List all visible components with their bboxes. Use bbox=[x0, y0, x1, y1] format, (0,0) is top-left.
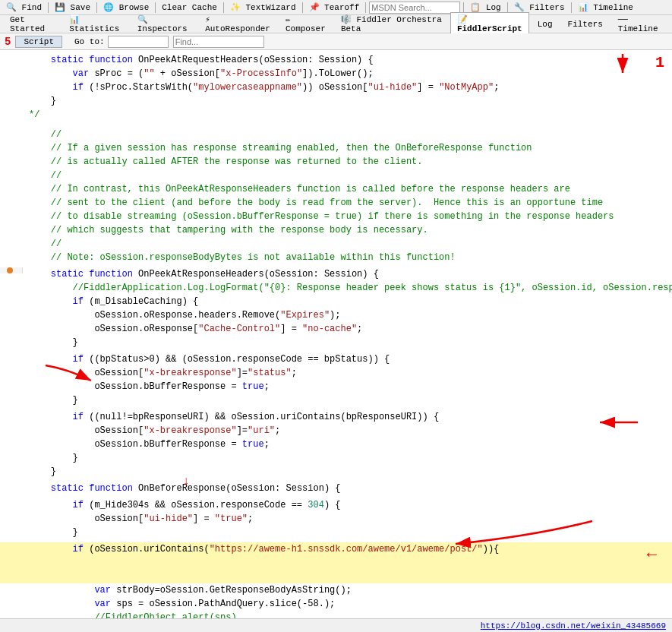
tab-inspectors[interactable]: 🔍 Inspectors bbox=[131, 12, 197, 36]
log-button[interactable]: 📋 Log bbox=[467, 2, 503, 13]
goto-label: Go to: bbox=[74, 37, 105, 46]
code-line: //FiddlerObject.alert(sps) bbox=[0, 611, 672, 618]
tab-filters[interactable]: Filters bbox=[561, 17, 610, 31]
code-line: var strBody=oSession.GetResponseBodyAsSt… bbox=[0, 583, 672, 597]
code-line: // is actually called AFTER the response… bbox=[0, 155, 672, 169]
goto-input[interactable] bbox=[108, 36, 169, 48]
code-line: // sent to the client (and before the bo… bbox=[0, 196, 672, 210]
code-line: var sps = oSession.PathAndQuery.slice(-5… bbox=[0, 597, 672, 611]
tab-autoresponder[interactable]: ⚡ AutoResponder bbox=[198, 12, 277, 36]
code-line: //FiddlerApplication.Log.LogFormat("{0}:… bbox=[0, 281, 672, 295]
code-line: // bbox=[0, 237, 672, 251]
code-line: */ bbox=[0, 108, 672, 122]
tab-fiddler-orchestra[interactable]: 🎼 Fiddler Orchestra Beta bbox=[334, 12, 449, 36]
code-line: // to disable streaming (oSession.bBuffe… bbox=[0, 210, 672, 223]
code-line: } bbox=[0, 94, 672, 108]
code-line: oSession.bBufferResponse = true; bbox=[0, 380, 672, 393]
code-line: } bbox=[0, 526, 672, 539]
main-container: 🔍 Find 💾 Save 🌐 Browse Clear Cache ✨ Tex… bbox=[0, 0, 672, 632]
status-url: https://blog.csdn.net/weixin_43485669 bbox=[481, 621, 666, 630]
tab-log[interactable]: Log bbox=[531, 17, 560, 31]
code-line: // bbox=[0, 128, 672, 141]
browse-button[interactable]: 🌐 Browse bbox=[100, 2, 152, 13]
code-line: var sProc = ("" + oSession["x-ProcessInf… bbox=[0, 67, 672, 81]
code-line: } bbox=[0, 336, 672, 349]
script-tab[interactable]: Script bbox=[15, 36, 62, 48]
code-line: static function OnBefore↓Response(oSessi… bbox=[0, 482, 672, 495]
code-line: oSession.oResponse.headers.Remove("Expir… bbox=[0, 308, 672, 322]
toolbar-tabs: Get Started 📊 Statistics 🔍 Inspectors ⚡ … bbox=[0, 15, 672, 33]
tab-timeline[interactable]: ── Timeline bbox=[611, 13, 669, 36]
code-line: } bbox=[0, 465, 672, 479]
annotation-5: 5 bbox=[5, 36, 11, 48]
status-bar: https://blog.csdn.net/weixin_43485669 bbox=[0, 618, 672, 632]
code-line: if ((bpStatus>0) && (oSession.responseCo… bbox=[0, 352, 672, 366]
code-line: } bbox=[0, 393, 672, 407]
tab-get-started[interactable]: Get Started bbox=[3, 13, 61, 36]
tab-statistics[interactable]: 📊 Statistics bbox=[62, 12, 128, 36]
find-button[interactable]: 🔍 Find bbox=[3, 2, 45, 13]
code-line: // If a given session has response strea… bbox=[0, 141, 672, 155]
code-line: oSession["x-breakresponse"]="status"; bbox=[0, 366, 672, 380]
code-line: } bbox=[0, 451, 672, 465]
code-line: static function OnPeekAtRequestHeaders(o… bbox=[0, 53, 672, 67]
tab-fiddlerscript[interactable]: 📝 FiddlerScript bbox=[450, 12, 529, 36]
code-area[interactable]: 1 static function OnPeekAtRequestHeaders… bbox=[0, 50, 672, 618]
code-line: static function OnPeekAtResponseHeaders(… bbox=[0, 267, 672, 281]
code-line: // In contrast, this OnPeekAtResponseHea… bbox=[0, 182, 672, 196]
code-wrapper: 1 static function OnPeekAtRequestHeaders… bbox=[0, 50, 672, 618]
tearoff-button[interactable]: 📌 Tearoff bbox=[306, 2, 363, 13]
save-button[interactable]: 💾 Save bbox=[52, 2, 93, 13]
code-line: oSession.oResponse["Cache-Control"] = "n… bbox=[0, 322, 672, 336]
code-line: if (m_DisableCaching) { bbox=[0, 295, 672, 308]
script-bar: 5 Script Go to: bbox=[0, 33, 672, 50]
textwizard-button[interactable]: ✨ TextWizard bbox=[227, 2, 299, 13]
code-line: // bbox=[0, 169, 672, 182]
tab-composer[interactable]: ✏️ Composer bbox=[279, 12, 333, 36]
find-input[interactable] bbox=[173, 36, 264, 48]
code-line: oSession["ui-hide"] = "true"; bbox=[0, 512, 672, 526]
code-line: oSession["x-breakresponse"]="uri"; bbox=[0, 424, 672, 438]
clear-cache-button[interactable]: Clear Cache bbox=[159, 2, 220, 13]
filters-button[interactable]: 🔧 Filters bbox=[511, 2, 568, 13]
code-line: // which suggests that tampering with th… bbox=[0, 223, 672, 237]
timeline-button[interactable]: 📊 Timeline bbox=[575, 2, 636, 13]
code-line: if ((null!=bpResponseURI) && oSession.ur… bbox=[0, 410, 672, 424]
code-line: oSession.bBufferResponse = true; bbox=[0, 438, 672, 451]
code-line: if (!sProc.StartsWith("mylowercaseappnam… bbox=[0, 81, 672, 94]
code-line-highlight: if (oSession.uriContains("https://aweme-… bbox=[0, 542, 672, 583]
goto-area: Go to: bbox=[74, 36, 169, 48]
code-line: if (m_Hide304s && oSession.responseCode … bbox=[0, 498, 672, 512]
code-line: // Note: oSession.responseBodyBytes is n… bbox=[0, 251, 672, 264]
